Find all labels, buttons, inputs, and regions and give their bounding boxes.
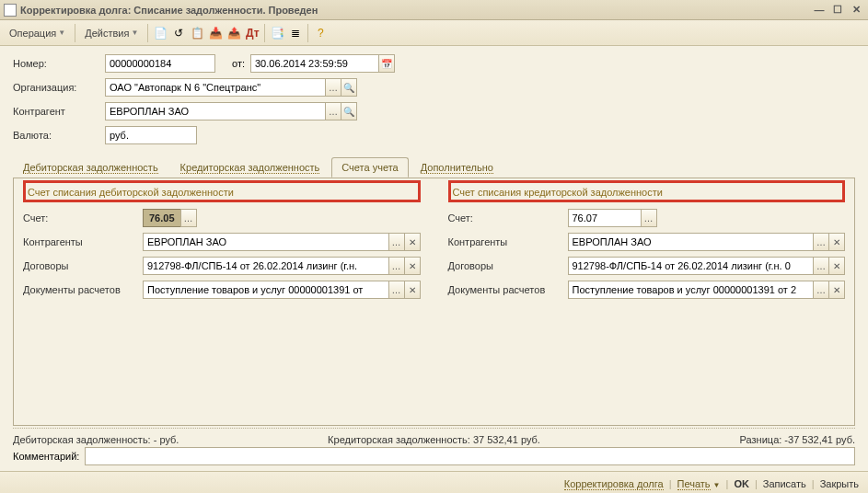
debit-docs-input[interactable]: Поступление товаров и услуг 00000001391 … — [143, 281, 389, 299]
toolbar-icon-2[interactable]: ↺ — [170, 25, 187, 41]
ok-button[interactable]: OK — [734, 478, 749, 489]
comment-input[interactable] — [85, 447, 855, 465]
toolbar-icon-1[interactable]: 📄 — [152, 25, 168, 41]
footer-title-button[interactable]: Корректировка долга — [564, 478, 664, 489]
titlebar: Корректировка долга: Списание задолженно… — [0, 0, 868, 20]
credit-contract-clear-button[interactable]: ✕ — [828, 257, 845, 275]
org-input[interactable]: ОАО "Автопарк N 6 "Спецтранс" — [105, 78, 326, 97]
app-icon — [4, 4, 17, 17]
credit-contr-clear-button[interactable]: ✕ — [828, 233, 845, 251]
credit-contract-select-button[interactable]: … — [813, 257, 829, 275]
credit-contr-label: Контрагенты — [448, 236, 568, 247]
print-button[interactable]: Печать ▼ — [677, 478, 721, 489]
toolbar-icon-8[interactable]: ≣ — [287, 25, 304, 41]
credit-contract-label: Договоры — [448, 260, 568, 271]
debit-contract-input[interactable]: 912798-ФЛ/СПБ-14 от 26.02.2014 лизинг (г… — [143, 257, 389, 275]
currency-label: Валюта: — [13, 130, 105, 141]
debit-legend: Счет списания дебиторской задолженности — [23, 180, 421, 202]
credit-contract-input[interactable]: 912798-ФЛ/СПБ-14 от 26.02.2014 лизинг (г… — [568, 257, 815, 275]
window-title: Корректировка долга: Списание задолженно… — [20, 5, 811, 16]
debit-fieldset: Счет списания дебиторской задолженности … — [23, 188, 421, 416]
debit-contract-select-button[interactable]: … — [388, 257, 405, 275]
credit-docs-input[interactable]: Поступление товаров и услуг 00000001391 … — [568, 281, 815, 299]
header-form: Номер: 00000000184 от: 30.06.2014 23:59:… — [0, 46, 868, 153]
help-icon[interactable]: ? — [312, 25, 329, 41]
tab-additional[interactable]: Дополнительно — [411, 157, 503, 178]
debit-account-select-button[interactable]: … — [180, 209, 197, 227]
credit-contr-input[interactable]: ЕВРОПЛАН ЗАО — [568, 233, 815, 251]
credit-docs-clear-button[interactable]: ✕ — [828, 281, 845, 299]
summary-diff: Разница: -37 532,41 руб. — [574, 434, 855, 445]
maximize-button[interactable]: ☐ — [829, 3, 846, 17]
close-button[interactable]: ✕ — [848, 3, 864, 17]
credit-account-select-button[interactable]: … — [641, 209, 657, 227]
contr-label: Контрагент — [13, 106, 105, 117]
debit-account-label: Счет: — [23, 212, 143, 224]
number-label: Номер: — [13, 58, 105, 69]
tab-accounts[interactable]: Счета учета — [331, 157, 408, 178]
credit-docs-select-button[interactable]: … — [813, 281, 829, 299]
save-button[interactable]: Записать — [763, 478, 806, 489]
tab-debit-debt[interactable]: Дебиторская задолженность — [13, 157, 168, 178]
close-footer-button[interactable]: Закрыть — [820, 478, 859, 489]
contr-search-button[interactable]: 🔍 — [341, 102, 357, 120]
calendar-button[interactable]: 📅 — [378, 54, 395, 73]
footer-bar: Корректировка долга | Печать ▼ | OK | За… — [0, 471, 868, 493]
date-input[interactable]: 30.06.2014 23:59:59 — [250, 54, 379, 73]
debit-account-input[interactable]: 76.05 — [143, 209, 181, 227]
toolbar-icon-4[interactable]: 📥 — [207, 25, 224, 41]
toolbar-icon-3[interactable]: 📋 — [189, 25, 205, 41]
credit-legend: Счет списания кредиторской задолженности — [448, 180, 846, 202]
currency-input[interactable]: руб. — [105, 126, 197, 144]
contr-input[interactable]: ЕВРОПЛАН ЗАО — [105, 102, 326, 120]
debit-contract-clear-button[interactable]: ✕ — [404, 257, 421, 275]
org-search-button[interactable]: 🔍 — [341, 78, 357, 97]
toolbar: Операция▼ Действия▼ 📄 ↺ 📋 📥 📤 Дт 📑 ≣ ? — [0, 20, 868, 46]
credit-account-input[interactable]: 76.07 — [568, 209, 642, 227]
summary-bar: Дебиторская задолженность: - руб. Кредит… — [0, 429, 868, 447]
toolbar-icon-7[interactable]: 📑 — [269, 25, 285, 41]
debit-contr-label: Контрагенты — [23, 236, 143, 247]
debit-contract-label: Договоры — [23, 260, 143, 271]
org-select-button[interactable]: … — [325, 78, 341, 97]
tab-credit-debt[interactable]: Кредиторская задолженность — [170, 157, 330, 178]
contr-select-button[interactable]: … — [325, 102, 341, 120]
tab-bar: Дебиторская задолженность Кредиторская з… — [13, 157, 855, 178]
credit-docs-label: Документы расчетов — [448, 284, 568, 295]
minimize-button[interactable]: — — [811, 3, 827, 17]
tab-panel-accounts: Счет списания дебиторской задолженности … — [13, 178, 855, 426]
debit-contr-clear-button[interactable]: ✕ — [404, 233, 421, 251]
summary-debit: Дебиторская задолженность: - руб. — [13, 434, 294, 445]
from-label: от: — [215, 58, 250, 69]
credit-contr-select-button[interactable]: … — [813, 233, 829, 251]
menu-operation[interactable]: Операция▼ — [4, 24, 71, 42]
org-label: Организация: — [13, 82, 105, 93]
debit-docs-clear-button[interactable]: ✕ — [404, 281, 421, 299]
toolbar-icon-6[interactable]: Дт — [244, 25, 260, 41]
credit-fieldset: Счет списания кредиторской задолженности… — [448, 188, 846, 416]
credit-account-label: Счет: — [448, 212, 568, 224]
comment-label: Комментарий: — [13, 451, 79, 462]
debit-contr-select-button[interactable]: … — [388, 233, 405, 251]
summary-credit: Кредиторская задолженность: 37 532,41 ру… — [294, 434, 574, 445]
toolbar-icon-5[interactable]: 📤 — [226, 25, 242, 41]
debit-docs-select-button[interactable]: … — [388, 281, 405, 299]
debit-contr-input[interactable]: ЕВРОПЛАН ЗАО — [143, 233, 389, 251]
number-input[interactable]: 00000000184 — [105, 54, 215, 73]
debit-docs-label: Документы расчетов — [23, 284, 143, 295]
menu-actions[interactable]: Действия▼ — [79, 24, 144, 42]
